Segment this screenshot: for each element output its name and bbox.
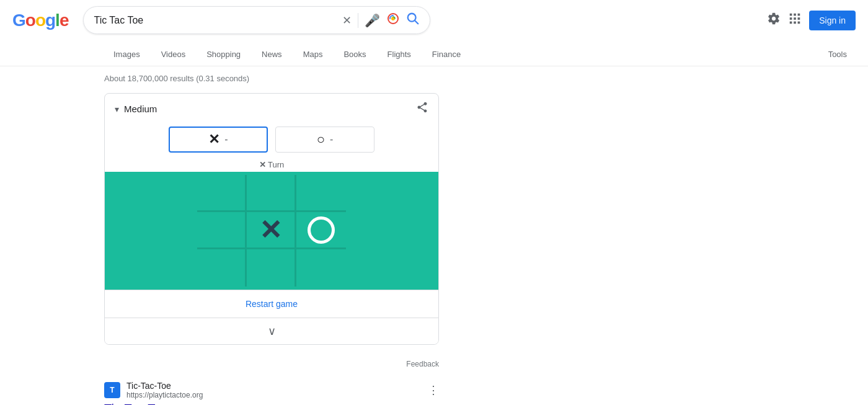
svg-line-3 <box>415 20 418 24</box>
cell-8[interactable] <box>296 249 346 287</box>
collapse-icon[interactable]: ▾ <box>115 104 119 114</box>
signin-button[interactable]: Sign in <box>809 11 856 30</box>
svg-rect-8 <box>794 17 796 20</box>
search-icon[interactable] <box>406 12 420 29</box>
expand-button[interactable]: ∨ <box>105 318 438 344</box>
game-board: ✕ <box>197 175 346 287</box>
cell-5-o <box>308 216 335 244</box>
google-logo[interactable]: Google <box>12 11 68 30</box>
cell-6[interactable] <box>197 249 247 287</box>
clear-icon[interactable]: ✕ <box>342 14 352 27</box>
cell-3[interactable] <box>197 212 247 249</box>
svg-rect-5 <box>794 14 796 16</box>
header-right: Sign in <box>767 11 856 30</box>
turn-indicator: ✕ Turn <box>105 160 438 172</box>
google-apps-icon[interactable] <box>788 12 802 29</box>
turn-symbol: ✕ <box>259 160 266 169</box>
cell-4-x: ✕ <box>259 214 282 246</box>
result-site: T Tic-Tac-Toe https://playtictactoe.org … <box>104 381 439 399</box>
nav-item-finance[interactable]: Finance <box>423 43 470 66</box>
search-bar: ✕ 🎤 <box>83 6 430 34</box>
logo-o1: o <box>25 11 35 30</box>
player-o-score: - <box>330 134 333 145</box>
settings-icon[interactable] <box>767 12 781 29</box>
cell-1[interactable] <box>247 175 296 212</box>
nav-item-images[interactable]: Images <box>104 43 149 66</box>
share-icon[interactable] <box>416 101 428 117</box>
result-title[interactable]: Tic-Tac-Toe <box>104 402 439 405</box>
svg-rect-12 <box>798 22 800 24</box>
svg-rect-11 <box>794 22 796 24</box>
player-x-symbol: ✕ <box>208 131 219 148</box>
favicon-letter: T <box>110 386 114 394</box>
game-board-container: ✕ <box>105 172 438 290</box>
game-header-left: ▾ Medium <box>115 104 157 114</box>
svg-rect-6 <box>798 14 800 16</box>
svg-rect-10 <box>790 22 792 24</box>
nav-item-shopping[interactable]: Shopping <box>197 43 250 66</box>
header: Google ✕ 🎤 <box>0 0 868 40</box>
nav-item-news[interactable]: News <box>252 43 291 66</box>
cell-4[interactable]: ✕ <box>247 212 296 249</box>
game-widget: ▾ Medium ✕ - ○ - ✕ Turn <box>104 93 439 345</box>
result-url: https://playtictactoe.org <box>126 391 203 399</box>
logo-g: G <box>12 11 25 30</box>
svg-rect-4 <box>790 14 792 16</box>
svg-rect-7 <box>790 17 792 20</box>
player-scores: ✕ - ○ - <box>105 124 438 160</box>
search-input[interactable] <box>94 15 336 26</box>
player-o-symbol: ○ <box>317 131 325 148</box>
cell-7[interactable] <box>247 249 296 287</box>
logo-e: e <box>60 11 69 30</box>
cell-0[interactable] <box>197 175 247 212</box>
search-result: T Tic-Tac-Toe https://playtictactoe.org … <box>104 381 439 405</box>
feedback-row: Feedback <box>104 357 439 371</box>
svg-rect-9 <box>798 17 800 20</box>
nav-bar: Images Videos Shopping News Maps Books F… <box>0 40 868 66</box>
lens-icon[interactable] <box>386 12 400 29</box>
result-favicon: T <box>104 382 120 398</box>
result-menu-icon[interactable]: ⋮ <box>428 383 439 397</box>
mic-icon[interactable]: 🎤 <box>365 13 380 28</box>
game-header: ▾ Medium <box>105 94 438 124</box>
result-site-name: Tic-Tac-Toe <box>126 381 203 391</box>
cell-2[interactable] <box>296 175 346 212</box>
logo-g2: g <box>45 11 55 30</box>
logo-l: l <box>55 11 60 30</box>
search-divider <box>358 13 358 28</box>
player-x-box[interactable]: ✕ - <box>169 127 268 153</box>
turn-label: Turn <box>268 160 284 169</box>
results-area: About 18,700,000 results (0.31 seconds) … <box>0 66 471 405</box>
nav-item-books[interactable]: Books <box>334 43 375 66</box>
tools-button[interactable]: Tools <box>820 45 856 64</box>
logo-o2: o <box>35 11 45 30</box>
nav-item-videos[interactable]: Videos <box>152 43 195 66</box>
player-o-box[interactable]: ○ - <box>275 127 374 153</box>
cell-5[interactable] <box>296 212 346 249</box>
result-site-info: Tic-Tac-Toe https://playtictactoe.org <box>126 381 203 399</box>
results-count: About 18,700,000 results (0.31 seconds) <box>104 74 471 83</box>
difficulty-label: Medium <box>124 104 157 114</box>
nav-item-maps[interactable]: Maps <box>294 43 332 66</box>
feedback-label[interactable]: Feedback <box>406 360 439 368</box>
nav-item-flights[interactable]: Flights <box>378 43 420 66</box>
player-x-score: - <box>224 134 228 145</box>
restart-button[interactable]: Restart game <box>105 290 438 318</box>
